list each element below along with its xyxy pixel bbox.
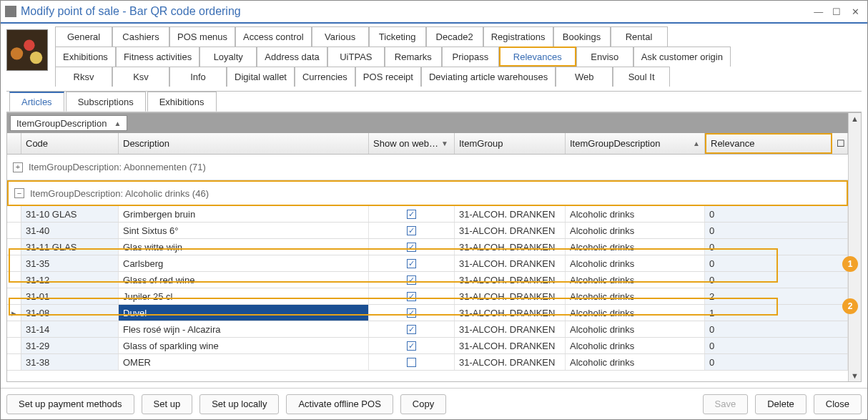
tab-exhibitions[interactable]: Exhibitions <box>55 47 116 67</box>
cell-show-on-web[interactable]: ✓ <box>369 255 455 271</box>
cell-description: Grimbergen bruin <box>119 206 369 222</box>
tab-ask-customer-origin[interactable]: Ask customer origin <box>633 47 731 67</box>
tab-relevances[interactable]: Relevances <box>499 47 576 67</box>
col-extra[interactable]: ☐ <box>832 133 848 154</box>
table-row[interactable]: 31-40Sint Sixtus 6°✓31-ALCOH. DRANKENAlc… <box>7 223 848 239</box>
table-row[interactable]: 31-12Glass of red wine✓31-ALCOH. DRANKEN… <box>7 272 848 288</box>
table-row[interactable]: 31-38OMER31-ALCOH. DRANKENAlcoholic drin… <box>7 354 848 371</box>
cell-show-on-web[interactable] <box>369 354 455 370</box>
relevances-subtabs: ArticlesSubscriptionsExhibitions <box>6 91 862 112</box>
tab-address-data[interactable]: Address data <box>257 47 327 67</box>
cell-show-on-web[interactable]: ✓ <box>369 338 455 353</box>
expand-icon[interactable]: + <box>13 162 23 172</box>
copy-button[interactable]: Copy <box>400 394 446 414</box>
maximize-button[interactable]: ☐ <box>829 6 844 17</box>
tab-fitness-activities[interactable]: Fitness activities <box>116 47 199 67</box>
checkbox-icon[interactable]: ✓ <box>407 275 416 285</box>
cell-show-on-web[interactable]: ✓ <box>369 206 455 222</box>
checkbox-icon[interactable]: ✓ <box>407 210 416 219</box>
tab-uitpas[interactable]: UiTPAS <box>327 47 385 67</box>
tab-enviso[interactable]: Enviso <box>576 47 633 67</box>
tab-loyalty[interactable]: Loyalty <box>199 47 257 67</box>
tab-remarks[interactable]: Remarks <box>385 47 442 67</box>
cell-description: Duvel <box>119 305 369 321</box>
close-button[interactable]: Close <box>814 394 862 414</box>
group-row[interactable]: +ItemGroupDescription: Abonnementen (71) <box>7 155 848 180</box>
cell-show-on-web[interactable]: ✓ <box>369 223 455 238</box>
table-row[interactable]: 31-35Carlsberg✓31-ALCOH. DRANKENAlcoholi… <box>7 255 848 272</box>
tab-ksv[interactable]: Ksv <box>112 67 169 87</box>
checkbox-icon[interactable]: ✓ <box>407 325 416 334</box>
setup-locally-button[interactable]: Set up locally <box>199 394 279 414</box>
col-description[interactable]: Description <box>119 133 369 154</box>
tab-currencies[interactable]: Currencies <box>295 67 355 87</box>
collapse-icon[interactable]: − <box>14 188 24 198</box>
cell-show-on-web[interactable]: ✓ <box>369 272 455 288</box>
tab-pos-receipt[interactable]: POS receipt <box>355 67 421 87</box>
col-itemgroupdescription[interactable]: ItemGroupDescription▲ <box>566 133 705 154</box>
subtab-articles[interactable]: Articles <box>9 92 64 112</box>
tab-web[interactable]: Web <box>556 67 613 87</box>
delete-button[interactable]: Delete <box>755 394 807 414</box>
checkbox-icon[interactable]: ✓ <box>407 226 416 235</box>
scroll-down-icon[interactable]: ▼ <box>851 370 859 381</box>
svg-point-2 <box>24 40 34 51</box>
tab-rental[interactable]: Rental <box>611 26 668 47</box>
activate-offline-pos-button[interactable]: Activate offline POS <box>286 394 393 414</box>
group-chip-itemgroupdescription[interactable]: ItemGroupDescription ▲ <box>10 115 127 131</box>
tab-general[interactable]: General <box>55 26 112 47</box>
close-window-button[interactable]: ✕ <box>847 6 863 17</box>
setup-payment-methods-button[interactable]: Set up payment methods <box>6 394 134 414</box>
group-panel[interactable]: ItemGroupDescription ▲ <box>7 113 848 133</box>
col-show-on-web[interactable]: Show on web…▼ <box>369 133 455 154</box>
table-row[interactable]: 31-10 GLASGrimbergen bruin✓31-ALCOH. DRA… <box>7 206 848 223</box>
tab-various[interactable]: Various <box>312 26 369 47</box>
tab-registrations[interactable]: Registrations <box>483 26 553 47</box>
subtab-exhibitions[interactable]: Exhibitions <box>147 92 217 112</box>
checkbox-icon[interactable]: ✓ <box>407 292 416 301</box>
checkbox-icon[interactable]: ✓ <box>407 341 416 351</box>
cell-itemgroupdescription: Alcoholic drinks <box>566 272 705 288</box>
tab-rksv[interactable]: Rksv <box>55 67 112 87</box>
cell-itemgroup: 31-ALCOH. DRANKEN <box>455 206 566 222</box>
cell-show-on-web[interactable]: ✓ <box>369 321 455 337</box>
tab-soul-it[interactable]: Soul It <box>613 67 670 87</box>
cell-show-on-web[interactable]: ✓ <box>369 288 455 304</box>
checkbox-icon[interactable]: ✓ <box>407 243 416 252</box>
cell-description: Glass of red wine <box>119 272 369 288</box>
table-row[interactable]: 31-14Fles rosé wijn - Alcazira✓31-ALCOH.… <box>7 321 848 338</box>
setup-button[interactable]: Set up <box>142 394 193 414</box>
pos-picture[interactable] <box>6 29 48 71</box>
checkbox-icon[interactable]: ✓ <box>407 308 416 318</box>
table-row[interactable]: 31-01Jupiler 25 cl✓31-ALCOH. DRANKENAlco… <box>7 288 848 305</box>
minimize-button[interactable]: — <box>811 6 827 17</box>
tab-cashiers[interactable]: Cashiers <box>112 26 169 47</box>
vertical-scrollbar[interactable]: ▲ ▼ <box>848 113 861 381</box>
scroll-up-icon[interactable]: ▲ <box>851 113 859 124</box>
tab-access-control[interactable]: Access control <box>235 26 312 47</box>
articles-grid-wrap: ItemGroupDescription ▲ Code Description … <box>6 112 862 382</box>
tab-bookings[interactable]: Bookings <box>553 26 611 47</box>
table-row[interactable]: 31-11 GLASGlas witte wijn✓31-ALCOH. DRAN… <box>7 239 848 255</box>
col-code[interactable]: Code <box>21 133 119 154</box>
tab-priopass[interactable]: Priopass <box>442 47 499 67</box>
row-indicator <box>7 255 21 271</box>
cell-show-on-web[interactable]: ✓ <box>369 305 455 321</box>
tab-ticketing[interactable]: Ticketing <box>369 26 426 47</box>
cell-relevance: 1 <box>705 305 848 321</box>
col-relevance[interactable]: Relevance <box>705 133 832 154</box>
table-row[interactable]: 31-29Glass of sparkling wine✓31-ALCOH. D… <box>7 338 848 354</box>
subtab-subscriptions[interactable]: Subscriptions <box>66 92 146 112</box>
group-row[interactable]: −ItemGroupDescription: Alcoholic drinks … <box>7 180 848 206</box>
tab-decade2[interactable]: Decade2 <box>426 26 483 47</box>
tab-pos-menus[interactable]: POS menus <box>169 26 235 47</box>
cell-show-on-web[interactable]: ✓ <box>369 239 455 255</box>
checkbox-icon[interactable]: ✓ <box>407 259 416 268</box>
tab-deviating-article-warehouses[interactable]: Deviating article warehouses <box>421 67 556 87</box>
content-area: GeneralCashiersPOS menusAccess controlVa… <box>1 24 867 388</box>
checkbox-icon[interactable] <box>407 358 416 367</box>
table-row[interactable]: ▸31-08Duvel✓31-ALCOH. DRANKENAlcoholic d… <box>7 305 848 321</box>
tab-info[interactable]: Info <box>169 67 227 87</box>
tab-digital-wallet[interactable]: Digital wallet <box>227 67 295 87</box>
col-itemgroup[interactable]: ItemGroup <box>455 133 566 154</box>
